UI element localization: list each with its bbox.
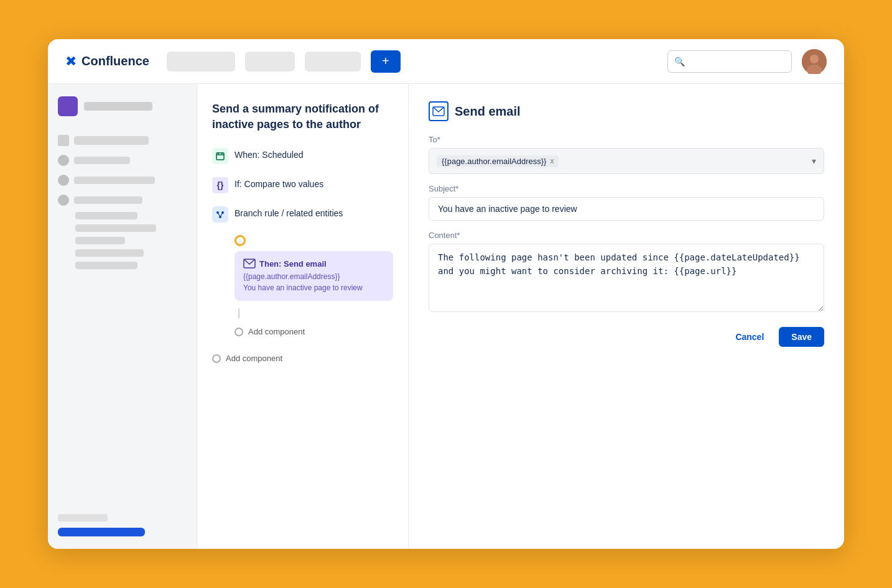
send-email-card-subject: You have an inactive page to review [243,282,384,293]
sidebar-bar-3 [74,177,155,184]
sidebar-sub-bar-2 [75,224,156,232]
cancel-button[interactable]: Cancel [727,327,773,347]
branch-dot-row [235,235,393,246]
sidebar-dot-4 [58,195,69,206]
svg-point-1 [810,55,819,63]
send-email-card-to: {{page.author.emailAddress}} [243,271,384,282]
branch-icon [212,206,228,223]
content-textarea[interactable]: The following page hasn't been updated s… [429,244,824,312]
sidebar-sub-bar-1 [75,212,137,219]
sidebar-bottom-placeholder [58,514,108,521]
sidebar-bottom-bar[interactable] [58,528,145,536]
envelope-icon [432,106,445,116]
sidebar-sub-bar-3 [75,237,125,244]
app-logo: ✖ Confluence [65,53,149,70]
branch-content: Then: Send email {{page.author.emailAddr… [235,235,393,336]
to-field[interactable]: {{page.author.emailAddress}} x ▾ [429,148,824,174]
sidebar-bar-1 [74,136,149,145]
sidebar-icon-1 [58,135,69,146]
nav-item-1[interactable] [167,52,235,71]
sidebar-item-1[interactable] [58,135,187,146]
workflow-title: Send a summary notification of inactive … [212,101,393,132]
workflow-panel: Send a summary notification of inactive … [197,84,409,549]
sidebar-item-active[interactable] [58,96,187,116]
save-button[interactable]: Save [779,327,824,347]
sidebar-item-4[interactable] [58,195,187,206]
content-label: Content* [429,231,824,240]
step-scheduled[interactable]: When: Scheduled [212,147,393,164]
subject-label: Subject* [429,184,824,193]
add-component-label-2: Add component [226,354,282,363]
sidebar-dot-2 [58,155,69,166]
confluence-icon: ✖ [65,53,77,70]
add-dot-1 [235,328,243,336]
branch-orange-dot [235,235,246,246]
sidebar-sub-items [75,212,187,269]
curly-braces-icon: {} [212,177,228,193]
sidebar-sub-bar-4 [75,249,144,257]
to-tag-remove[interactable]: x [550,157,554,165]
email-panel-icon [429,101,448,121]
sidebar-item-2[interactable] [58,155,187,166]
send-email-card-title: Then: Send email [259,259,327,269]
sidebar-item-3[interactable] [58,175,187,186]
email-panel-header: Send email [429,101,824,121]
sidebar-bottom [58,514,187,536]
sidebar-sub-bar-5 [75,262,137,269]
add-dot-2 [212,354,221,363]
step-compare-label: If: Compare two values [235,177,323,189]
main-content: Send a summary notification of inactive … [48,84,844,549]
app-window: ✖ Confluence + 🔍 [48,39,844,549]
sidebar-bar-4 [74,196,142,204]
add-component-2[interactable]: Add component [212,354,282,363]
svg-line-10 [218,213,220,217]
to-tag-text: {{page.author.emailAddress}} [442,157,546,166]
nav-item-3[interactable] [305,52,361,71]
sidebar-bar-2 [74,157,130,164]
form-actions: Cancel Save [429,327,824,347]
search-icon: 🔍 [674,57,685,67]
app-header: ✖ Confluence + 🔍 [48,39,844,84]
svg-rect-3 [216,153,224,160]
connector-line-1 [238,308,239,318]
step-scheduled-label: When: Scheduled [235,147,304,160]
sidebar-active-icon [58,96,78,116]
email-icon-small [243,259,256,269]
add-component-1[interactable]: Add component [235,327,305,336]
nav-item-2[interactable] [245,52,295,71]
search-box[interactable]: 🔍 [667,50,792,73]
calendar-icon [212,148,228,164]
add-component-label-1: Add component [248,327,305,336]
step-compare[interactable]: {} If: Compare two values [212,177,393,193]
subject-input[interactable] [429,197,824,221]
send-email-card-header: Then: Send email [243,259,384,269]
step-branch-label: Branch rule / related entities [235,206,343,218]
sidebar [48,84,197,549]
avatar[interactable] [802,49,827,74]
send-email-card[interactable]: Then: Send email {{page.author.emailAddr… [235,251,393,301]
to-label: To* [429,135,824,144]
email-panel-title: Send email [455,104,521,119]
dropdown-arrow-icon: ▾ [812,156,816,166]
sidebar-active-label [84,102,152,111]
to-tag: {{page.author.emailAddress}} x [437,155,559,167]
sidebar-dot-3 [58,175,69,186]
svg-line-11 [220,213,223,217]
logo-text: Confluence [81,54,149,68]
step-branch[interactable]: Branch rule / related entities [212,206,393,223]
add-button[interactable]: + [371,50,401,73]
email-form-panel: Send email To* {{page.author.emailAddres… [409,84,844,549]
